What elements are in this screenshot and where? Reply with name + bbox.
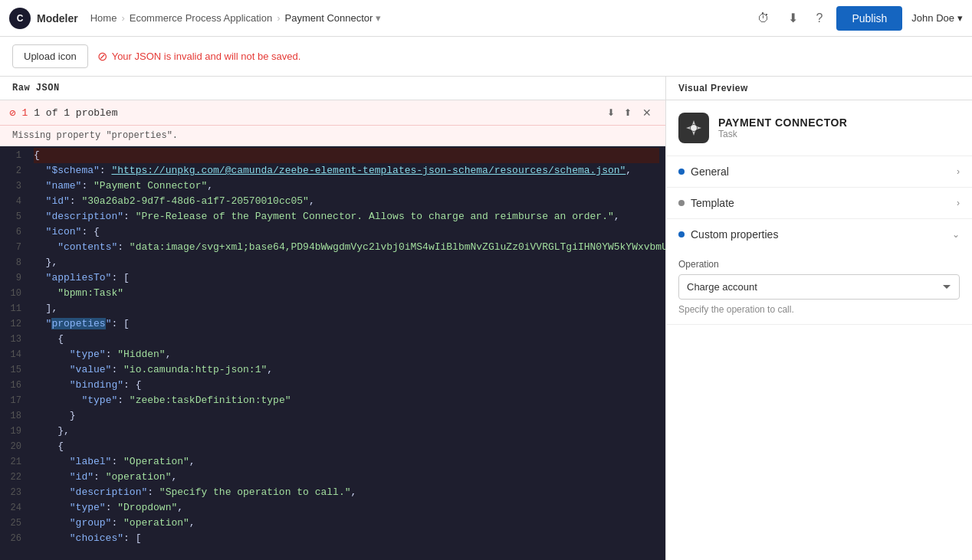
history-icon: ⏱: [757, 11, 770, 25]
section-template-header[interactable]: Template ›: [666, 188, 972, 218]
section-custom-props-label: Custom properties: [691, 228, 778, 241]
error-circle-icon: ⊘: [97, 49, 107, 64]
section-custom-props-dot: [678, 231, 685, 237]
error-detail-text: Missing property "properties".: [0, 126, 665, 146]
section-general-header[interactable]: General ›: [666, 156, 972, 187]
app-logo: C: [9, 8, 31, 29]
code-line-25: "group": "operation",: [34, 516, 659, 531]
preview-header: Visual Preview: [666, 77, 972, 100]
svg-point-0: [691, 125, 697, 131]
topbar-right: ⏱ ⬇ ? Publish John Doe ▾: [753, 6, 963, 31]
user-menu[interactable]: John Doe ▾: [911, 12, 963, 24]
code-line-13: {: [34, 332, 659, 347]
download-icon: ⬇: [788, 11, 798, 25]
preview-pane: Visual Preview PAYMENT CONNECTOR Task: [665, 77, 972, 560]
connector-title-text: PAYMENT CONNECTOR Task: [718, 116, 847, 139]
error-nav: ⬇ ⬆ ✕: [604, 105, 656, 120]
breadcrumb-current: Payment Connector ▾: [284, 12, 381, 24]
error-nav-down[interactable]: ⬇: [604, 105, 618, 120]
section-custom-props-header[interactable]: Custom properties ⌄: [666, 219, 972, 250]
code-line-20: {: [34, 439, 659, 454]
code-line-12: "propeties": [: [34, 316, 659, 332]
chevron-down-icon: ▾: [376, 12, 381, 24]
user-chevron-icon: ▾: [957, 12, 963, 24]
breadcrumb-sep-2: ›: [277, 12, 280, 24]
code-line-9: "appliesTo": [: [34, 270, 659, 286]
code-line-1: {: [34, 148, 659, 163]
section-template-label: Template: [691, 197, 734, 209]
connector-type: Task: [718, 129, 847, 139]
connector-title-row: PAYMENT CONNECTOR Task: [666, 100, 972, 156]
operation-field-hint: Specify the operation to call.: [678, 304, 960, 315]
code-line-26: "choices": [: [34, 531, 659, 546]
code-line-17: "type": "zeebe:taskDefinition:type": [34, 393, 659, 408]
code-line-18: }: [34, 408, 659, 424]
publish-button[interactable]: Publish: [836, 6, 902, 31]
connector-icon: [678, 113, 709, 143]
toolbar: Upload icon ⊘ Your JSON is invalid and w…: [0, 37, 972, 77]
code-line-5: "description": "Pre-Release of the Payme…: [34, 209, 659, 224]
section-general-chevron: ›: [957, 166, 960, 177]
code-content[interactable]: { "$schema": "https://unpkg.com/@camunda…: [28, 146, 665, 560]
code-line-19: },: [34, 424, 659, 439]
section-general-label: General: [691, 165, 729, 178]
json-error-message: ⊘ Your JSON is invalid and will not be s…: [97, 49, 301, 64]
history-icon-button[interactable]: ⏱: [753, 7, 774, 30]
operation-select[interactable]: Charge account Reimburse order Get order…: [678, 274, 960, 300]
breadcrumb-home[interactable]: Home: [90, 12, 117, 24]
code-line-16: "binding": {: [34, 378, 659, 393]
code-line-4: "id": "30a26ab2-9d7f-48d6-a1f7-20570010c…: [34, 194, 659, 209]
code-line-21: "label": "Operation",: [34, 454, 659, 470]
code-line-24: "type": "Dropdown",: [34, 500, 659, 516]
download-icon-button[interactable]: ⬇: [783, 6, 803, 30]
json-editor-header: Raw JSON: [0, 77, 665, 100]
code-line-2: "$schema": "https://unpkg.com/@camunda/z…: [34, 163, 659, 178]
section-template-chevron: ›: [957, 198, 960, 208]
code-line-11: ],: [34, 301, 659, 316]
breadcrumb-ecommerce[interactable]: Ecommerce Process Application: [130, 12, 272, 24]
topbar: C Modeler Home › Ecommerce Process Appli…: [0, 0, 972, 37]
error-count: 1: [21, 107, 28, 119]
code-line-10: "bpmn:Task": [34, 286, 659, 301]
section-general-dot: [678, 169, 685, 175]
custom-props-content: Operation Charge account Reimburse order…: [666, 250, 972, 324]
section-custom-props-chevron: ⌄: [952, 229, 960, 240]
json-editor-pane: Raw JSON ⊘ 1 1 of 1 problem ⬇ ⬆ ✕ Missin…: [0, 77, 665, 560]
error-panel-icon: ⊘: [9, 106, 15, 120]
breadcrumb-sep-1: ›: [121, 12, 124, 24]
code-line-14: "type": "Hidden",: [34, 347, 659, 362]
section-template: Template ›: [666, 188, 972, 219]
code-line-3: "name": "Payment Connector",: [34, 178, 659, 194]
line-numbers: 1 2 3 4 5 6 7 8 9 10 11 12 13 14 15 16 1…: [0, 146, 28, 560]
error-close-button[interactable]: ✕: [638, 105, 656, 120]
code-line-8: },: [34, 255, 659, 270]
breadcrumb: Home › Ecommerce Process Application › P…: [90, 12, 382, 24]
app-name: Modeler: [37, 12, 78, 25]
help-icon: ?: [816, 11, 823, 25]
section-custom-props: Custom properties ⌄ Operation Charge acc…: [666, 219, 972, 325]
operation-field-label: Operation: [678, 259, 960, 270]
code-line-7: "contents": "data:image/svg+xml;base64,P…: [34, 240, 659, 255]
upload-icon-button[interactable]: Upload icon: [12, 44, 88, 68]
connector-svg-icon: [685, 119, 703, 137]
code-line-22: "id": "operation",: [34, 470, 659, 485]
error-nav-up[interactable]: ⬆: [621, 105, 635, 120]
code-area[interactable]: 1 2 3 4 5 6 7 8 9 10 11 12 13 14 15 16 1…: [0, 146, 665, 560]
error-count-label: 1 of 1 problem: [34, 107, 117, 119]
section-general: General ›: [666, 156, 972, 188]
code-line-15: "value": "io.camunda:http-json:1",: [34, 362, 659, 378]
section-template-dot: [678, 200, 685, 206]
code-line-23: "description": "Specify the operation to…: [34, 485, 659, 500]
connector-name: PAYMENT CONNECTOR: [718, 116, 847, 129]
error-panel: ⊘ 1 1 of 1 problem ⬇ ⬆ ✕: [0, 100, 665, 126]
main-content: Raw JSON ⊘ 1 1 of 1 problem ⬇ ⬆ ✕ Missin…: [0, 77, 972, 560]
help-icon-button[interactable]: ?: [812, 7, 828, 30]
code-line-6: "icon": {: [34, 224, 659, 240]
